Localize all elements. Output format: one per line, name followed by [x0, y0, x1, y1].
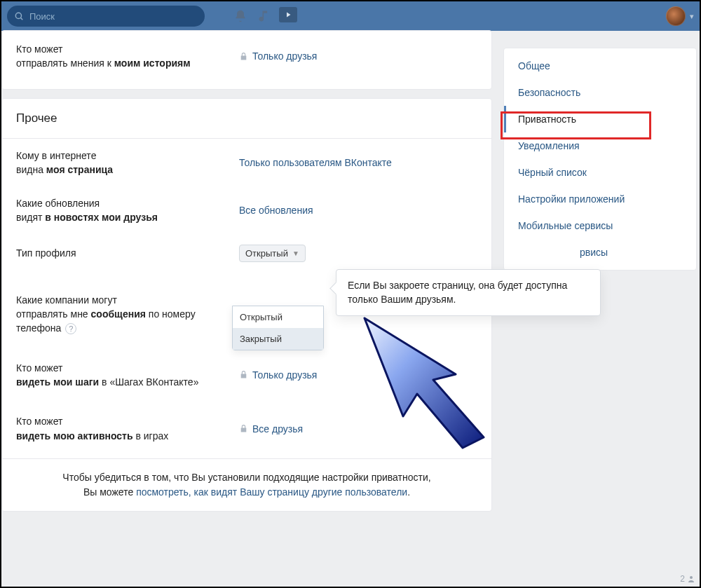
svg-point-2 [690, 576, 693, 579]
sidebar-item-security[interactable]: Безопасность [504, 79, 696, 106]
row-label: Какие компании могут отправлять мне сооб… [16, 293, 239, 336]
help-icon[interactable]: ? [65, 323, 76, 334]
footer-hint: Чтобы убедиться в том, что Вы установили… [2, 459, 491, 511]
svg-point-0 [15, 13, 21, 18]
row-label: Тип профиля [16, 246, 239, 260]
lock-icon [239, 424, 248, 433]
row-value[interactable]: Все обновления [239, 196, 477, 225]
row-value[interactable]: Все друзья [239, 414, 477, 443]
privacy-row-games: Кто может видеть мою активность в играх … [2, 399, 491, 458]
row-value[interactable]: Только пользователям ВКонтакте [239, 149, 477, 177]
row-value[interactable]: Только друзья [239, 42, 477, 71]
svg-line-1 [20, 18, 22, 20]
profile-menu[interactable]: ▾ [666, 6, 694, 26]
privacy-row-opinions: Кто может отправлять мнения к моим истор… [1, 30, 492, 90]
notifications-icon[interactable] [231, 7, 250, 25]
avatar [666, 6, 686, 26]
section-title: Прочее [2, 99, 491, 138]
lock-icon [239, 370, 248, 379]
search-box[interactable] [7, 6, 205, 27]
row-label: Кто может видеть мои шаги в «Шагах ВКонт… [16, 361, 239, 390]
row-label: Какие обновления видят в новостях мои др… [16, 196, 239, 225]
profile-type-select[interactable]: Открытый ▼ [239, 245, 477, 262]
search-icon [14, 11, 24, 21]
top-icons [231, 7, 297, 25]
search-input[interactable] [29, 11, 198, 22]
row-value[interactable]: Только друзья [239, 361, 477, 390]
sidebar-item-privacy[interactable]: Приватность [504, 106, 696, 132]
profile-type-dropdown: Открытый Закрытый [232, 306, 324, 350]
sidebar-item-blacklist[interactable]: Чёрный список [504, 159, 696, 186]
row-label: Кто может видеть мою активность в играх [16, 414, 239, 443]
bottom-status: 2 [680, 574, 695, 584]
row-label: Кому в интернете видна моя страница [16, 149, 239, 177]
privacy-row-page-visibility: Кому в интернете видна моя страница Толь… [2, 139, 491, 187]
privacy-row-steps: Кто может видеть мои шаги в «Шагах ВКонт… [2, 351, 491, 399]
privacy-row-news-updates: Какие обновления видят в новостях мои др… [2, 186, 491, 235]
sidebar-item-general[interactable]: Общее [504, 53, 696, 79]
dropdown-option-closed[interactable]: Закрытый [233, 328, 323, 350]
lock-icon [239, 52, 248, 61]
video-icon[interactable] [279, 7, 297, 22]
top-bar: ▾ [1, 1, 700, 31]
row-label: Кто может отправлять мнения к моим истор… [16, 42, 239, 71]
privacy-row-profile-type: Тип профиля Открытый ▼ [2, 235, 491, 272]
music-icon[interactable] [255, 7, 273, 25]
sidebar-item-app-settings[interactable]: Настройки приложений [504, 186, 696, 212]
sidebar-item-notifications[interactable]: Уведомления [504, 132, 696, 159]
chevron-down-icon: ▾ [690, 12, 694, 21]
person-icon [687, 575, 695, 583]
profile-type-tooltip: Если Вы закроете страницу, она будет дос… [336, 269, 601, 316]
preview-profile-link[interactable]: посмотреть, как видят Вашу страницу друг… [136, 486, 407, 498]
sidebar-item-mobile[interactable]: Мобильные сервисы [504, 212, 696, 239]
sidebar-item-partial[interactable]: рвисы [504, 239, 696, 266]
caret-down-icon: ▼ [292, 249, 299, 257]
dropdown-option-open[interactable]: Открытый [233, 306, 323, 328]
